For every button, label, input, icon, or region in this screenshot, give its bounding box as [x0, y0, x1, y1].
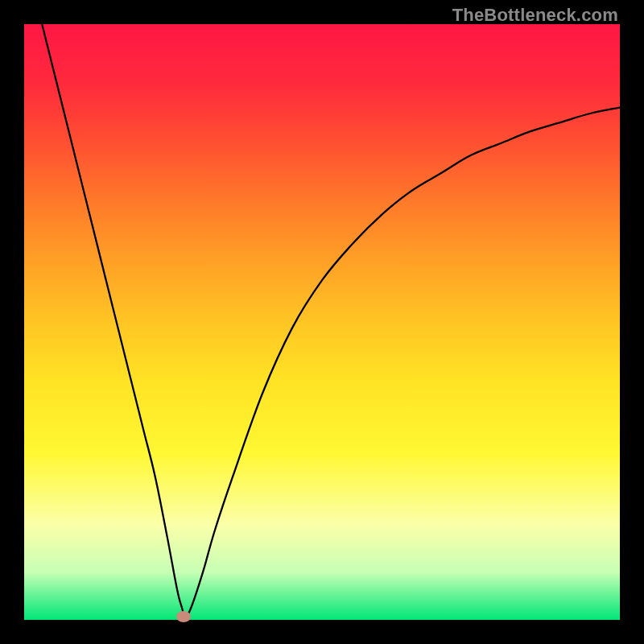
chart-container: TheBottleneck.com — [0, 0, 644, 644]
bottleneck-curve — [42, 24, 620, 617]
curve-svg — [24, 24, 620, 620]
minimum-marker — [176, 611, 191, 622]
watermark-label: TheBottleneck.com — [452, 5, 618, 26]
